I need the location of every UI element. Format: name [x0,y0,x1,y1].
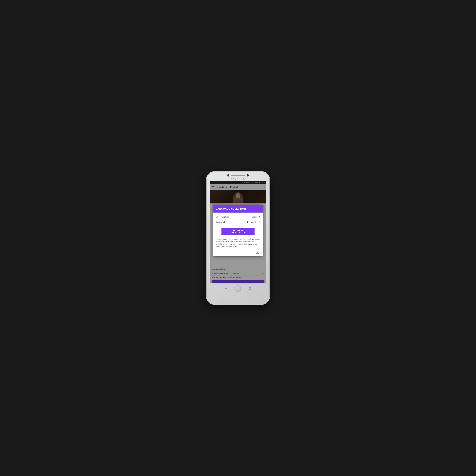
description-text: Use the button above to request machine … [216,238,260,248]
phone-body: SAMSUNG ⊑ ◈ ⏰ WiFi ▲▲▲ 100% 🔋 7:00 [207,172,269,304]
subtitle-tab-row: Subtitle Tab Deutsch ▼ [216,219,260,225]
phone-top [207,172,269,178]
recent-apps-button[interactable] [248,286,252,291]
closed-captions-value: English [252,216,257,218]
subtitle-tab-label: Subtitle Tab [216,221,247,223]
request-button-area: REQUEST TRANSLATION [213,226,263,237]
dialog-divider [213,225,263,225]
phone-wrapper: SAMSUNG ⊑ ◈ ⏰ WiFi ▲▲▲ 100% 🔋 7:00 [203,169,273,307]
subtitle-tab-select[interactable]: Deutsch ▼ [247,221,260,223]
power-button[interactable] [269,195,270,200]
dialog-actions: OK [213,250,263,256]
svg-rect-2 [250,288,251,288]
front-camera [227,174,229,176]
dialog-description: Use the button above to request machine … [213,237,263,250]
phone-navigation [207,283,269,293]
home-button[interactable] [235,286,241,291]
volume-up-button[interactable] [206,192,207,195]
gear-icon [255,221,257,223]
mute-button[interactable] [206,202,207,205]
dialog-content: Closed Captions English ▼ Subtitle Tab D… [213,213,263,225]
svg-rect-1 [249,288,250,288]
request-translation-button[interactable]: REQUEST TRANSLATION [221,228,255,235]
closed-captions-row: Closed Captions English ▼ [216,215,260,219]
subtitle-tab-value: Deutsch [247,221,254,223]
volume-buttons [206,192,207,205]
power-button-area [269,195,270,200]
phone-brand: SAMSUNG [231,178,245,180]
ok-button[interactable]: OK [254,251,260,255]
svg-rect-3 [249,289,250,289]
volume-down-button[interactable] [206,197,207,200]
dialog-overlay: LANGUAGE SELECTION Closed Captions Engli… [210,181,266,283]
closed-captions-dropdown-icon: ▼ [258,216,260,218]
back-button[interactable] [224,286,228,291]
language-selection-dialog: LANGUAGE SELECTION Closed Captions Engli… [213,205,263,256]
closed-captions-select[interactable]: English ▼ [252,216,260,218]
dialog-title: LANGUAGE SELECTION [216,207,246,210]
subtitle-dropdown-icon: ▼ [258,221,260,223]
closed-captions-label: Closed Captions [216,216,252,218]
dialog-header: LANGUAGE SELECTION [213,205,263,213]
phone-screen: ⊑ ◈ ⏰ WiFi ▲▲▲ 100% 🔋 7:00 Hemodynamic M… [210,181,266,283]
svg-point-0 [256,222,256,222]
svg-rect-4 [250,289,251,289]
sensor [247,174,249,176]
earpiece-speaker [231,175,245,176]
